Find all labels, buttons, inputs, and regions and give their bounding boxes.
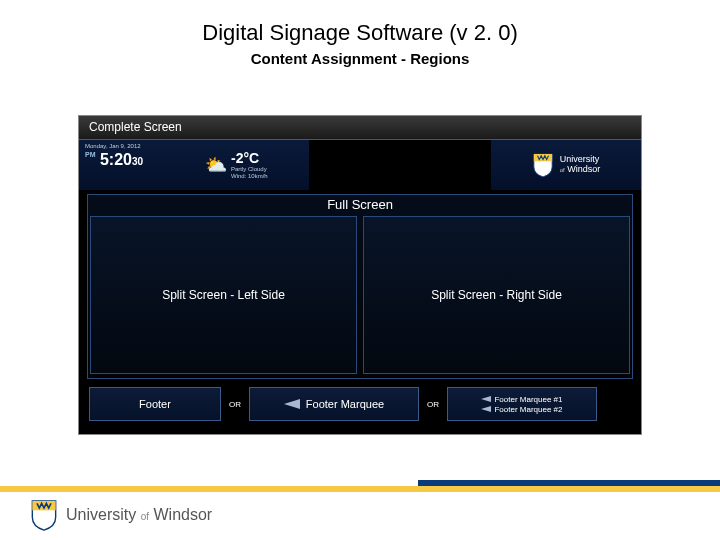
slide-subtitle: Content Assignment - Regions [0,50,720,67]
arrow-left-icon [481,406,491,412]
footer-row: Footer OR Footer Marquee OR Footer Marqu… [87,387,633,427]
clock-region: Monday, Jan 9, 2012 PM 5:2030 [79,140,199,190]
or-label-1: OR [227,400,243,409]
footer-uni-2: Windsor [153,506,212,523]
slide-footer: University of Windsor [0,480,720,540]
header-spacer [309,140,491,190]
university-logo-region: University of Windsor [491,140,641,190]
split-left-region: Split Screen - Left Side [90,216,357,374]
or-label-2: OR [425,400,441,409]
shield-icon [532,152,554,178]
signage-screenshot: Complete Screen Monday, Jan 9, 2012 PM 5… [78,115,642,435]
fullscreen-region: Full Screen Split Screen - Left Side Spl… [87,194,633,379]
footer-university-name: University of Windsor [66,506,212,524]
arrow-left-icon [481,396,491,402]
footer-marquee-region: Footer Marquee [249,387,419,421]
weather-condition: Partly Cloudy [231,166,268,173]
clock-pm: PM [85,151,96,158]
weather-wind: Wind: 10km/h [231,173,268,180]
uni-line2: Windsor [567,164,600,174]
shield-icon [30,498,58,532]
footer-marquee-1-label: Footer Marquee #1 [494,395,562,404]
header-row: Monday, Jan 9, 2012 PM 5:2030 ⛅ -2°C Par… [79,140,641,190]
university-name: University of Windsor [560,155,601,175]
footer-marquee-2-label: Footer Marquee #2 [494,405,562,414]
clock-seconds: 30 [132,156,143,167]
split-right-region: Split Screen - Right Side [363,216,630,374]
footer-logo: University of Windsor [30,498,212,532]
window-titlebar: Complete Screen [79,116,641,140]
weather-icon: ⛅ [205,154,227,176]
footer-region: Footer [89,387,221,421]
uni-line1: University [560,154,600,164]
footer-marquee-double-region: Footer Marquee #1 Footer Marquee #2 [447,387,597,421]
clock-time: PM 5:2030 [85,151,193,169]
clock-main: 5:20 [100,151,132,168]
slide-title: Digital Signage Software (v 2. 0) [0,20,720,46]
fullscreen-label: Full Screen [88,195,632,216]
weather-region: ⛅ -2°C Partly Cloudy Wind: 10km/h [199,140,309,190]
arrow-left-icon [284,399,300,409]
footer-marquee-label: Footer Marquee [306,398,384,410]
yellow-accent-bar [0,486,720,492]
main-area: Full Screen Split Screen - Left Side Spl… [79,190,641,427]
clock-date: Monday, Jan 9, 2012 [85,143,193,149]
uni-of: of [560,167,565,173]
footer-uni-1: University [66,506,136,523]
footer-uni-of: of [141,511,149,522]
split-row: Split Screen - Left Side Split Screen - … [88,216,632,374]
weather-temp: -2°C [231,150,268,166]
